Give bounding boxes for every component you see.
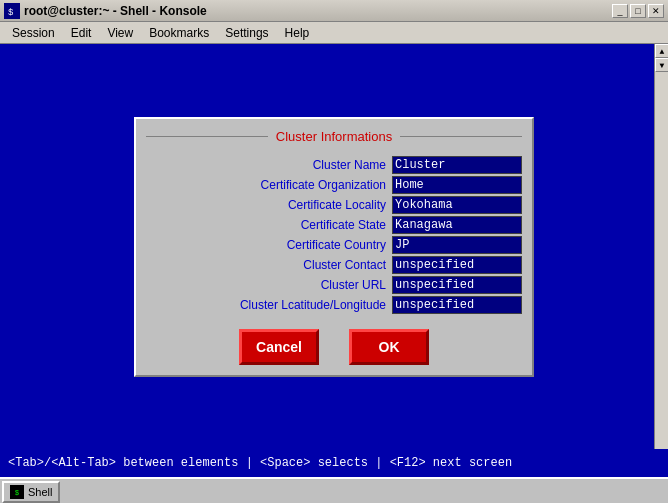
app-window: $ root@cluster:~ - Shell - Konsole _ □ ✕… [0, 0, 668, 503]
scroll-down-button[interactable]: ▼ [655, 58, 668, 72]
app-icon: $ [4, 3, 20, 19]
input-cluster-name[interactable] [392, 156, 522, 174]
menu-bar: Session Edit View Bookmarks Settings Hel… [0, 22, 668, 44]
label-url: Cluster URL [146, 278, 386, 292]
cluster-informations-dialog: Cluster Informations Cluster Name Certif… [134, 117, 534, 377]
form-row-url: Cluster URL [146, 276, 522, 294]
label-cert-org: Certificate Organization [146, 178, 386, 192]
menu-help[interactable]: Help [277, 24, 318, 42]
input-url[interactable] [392, 276, 522, 294]
form-row-cluster-name: Cluster Name [146, 156, 522, 174]
maximize-button[interactable]: □ [630, 4, 646, 18]
cancel-button[interactable]: Cancel [239, 329, 319, 365]
label-cert-locality: Certificate Locality [146, 198, 386, 212]
menu-settings[interactable]: Settings [217, 24, 276, 42]
menu-edit[interactable]: Edit [63, 24, 100, 42]
input-contact[interactable] [392, 256, 522, 274]
taskbar: $ Shell [0, 477, 668, 503]
title-buttons: _ □ ✕ [612, 4, 664, 18]
input-latlong[interactable] [392, 296, 522, 314]
scroll-up-button[interactable]: ▲ [655, 44, 668, 58]
title-bar: $ root@cluster:~ - Shell - Konsole _ □ ✕ [0, 0, 668, 22]
taskbar-shell-label: Shell [28, 486, 52, 498]
label-cert-state: Certificate State [146, 218, 386, 232]
status-bar: <Tab>/<Alt-Tab> between elements | <Spac… [0, 449, 668, 477]
label-latlong: Cluster Lcatitude/Longitude [146, 298, 386, 312]
label-cert-country: Certificate Country [146, 238, 386, 252]
form-row-contact: Cluster Contact [146, 256, 522, 274]
menu-session[interactable]: Session [4, 24, 63, 42]
input-cert-locality[interactable] [392, 196, 522, 214]
form-row-cert-locality: Certificate Locality [146, 196, 522, 214]
menu-bookmarks[interactable]: Bookmarks [141, 24, 217, 42]
shell-icon: $ [10, 485, 24, 499]
input-cert-org[interactable] [392, 176, 522, 194]
ok-button[interactable]: OK [349, 329, 429, 365]
form-row-cert-state: Certificate State [146, 216, 522, 234]
dialog-title: Cluster Informations [268, 129, 400, 144]
window-title: root@cluster:~ - Shell - Konsole [24, 4, 207, 18]
form-area: Cluster Name Certificate Organization Ce… [146, 156, 522, 314]
title-bar-left: $ root@cluster:~ - Shell - Konsole [4, 3, 207, 19]
svg-text:$: $ [8, 8, 14, 17]
form-row-cert-country: Certificate Country [146, 236, 522, 254]
taskbar-shell-item[interactable]: $ Shell [2, 481, 60, 503]
terminal-content: ▲ ▼ Cluster Informations Cluster Name Ce… [0, 44, 668, 449]
minimize-button[interactable]: _ [612, 4, 628, 18]
label-cluster-name: Cluster Name [146, 158, 386, 172]
input-cert-state[interactable] [392, 216, 522, 234]
form-row-latlong: Cluster Lcatitude/Longitude [146, 296, 522, 314]
menu-view[interactable]: View [99, 24, 141, 42]
scrollbar[interactable]: ▲ ▼ [654, 44, 668, 449]
close-button[interactable]: ✕ [648, 4, 664, 18]
form-row-cert-org: Certificate Organization [146, 176, 522, 194]
input-cert-country[interactable] [392, 236, 522, 254]
label-contact: Cluster Contact [146, 258, 386, 272]
dialog-buttons: Cancel OK [146, 329, 522, 365]
status-text: <Tab>/<Alt-Tab> between elements | <Spac… [8, 456, 512, 470]
